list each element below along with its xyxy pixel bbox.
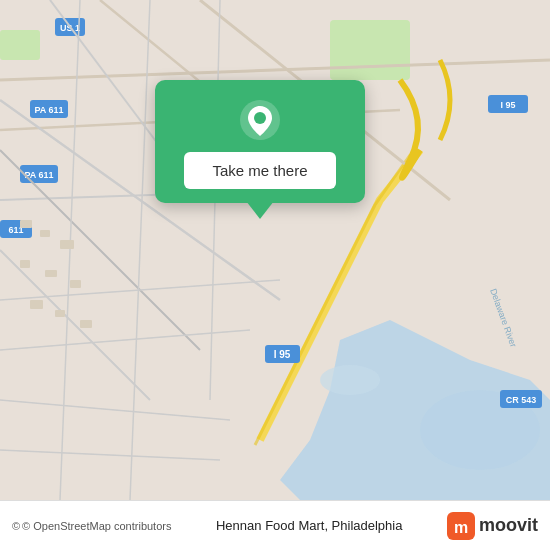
svg-text:PA 611: PA 611 [34,105,63,115]
moovit-logo: m moovit [447,512,538,540]
svg-text:I 95: I 95 [500,100,515,110]
popup-card: Take me there [155,80,365,203]
svg-rect-38 [40,230,50,237]
svg-rect-39 [60,240,74,249]
svg-rect-5 [0,30,40,60]
svg-rect-41 [45,270,57,277]
moovit-text: moovit [479,515,538,536]
svg-rect-40 [20,260,30,268]
copyright-symbol: © [12,520,20,532]
map-attribution: © © OpenStreetMap contributors [12,520,171,532]
svg-rect-44 [55,310,65,317]
attribution-text: © OpenStreetMap contributors [22,520,171,532]
svg-rect-42 [70,280,81,288]
take-me-there-button[interactable]: Take me there [184,152,335,189]
svg-rect-37 [20,220,32,228]
svg-text:I 95: I 95 [274,349,291,360]
svg-point-47 [254,112,266,124]
location-pin-icon [238,98,282,142]
svg-text:m: m [454,519,468,536]
svg-rect-45 [80,320,92,328]
bottom-bar: © © OpenStreetMap contributors Hennan Fo… [0,500,550,550]
svg-text:CR 543: CR 543 [506,395,537,405]
map-container: I 95 US 1 PA 611 PA 611 611 I 95 CR 543 [0,0,550,500]
svg-point-3 [320,365,380,395]
location-label: Hennan Food Mart, Philadelphia [171,518,447,533]
svg-rect-43 [30,300,43,309]
svg-rect-4 [330,20,410,80]
map-background: I 95 US 1 PA 611 PA 611 611 I 95 CR 543 [0,0,550,500]
moovit-icon: m [447,512,475,540]
